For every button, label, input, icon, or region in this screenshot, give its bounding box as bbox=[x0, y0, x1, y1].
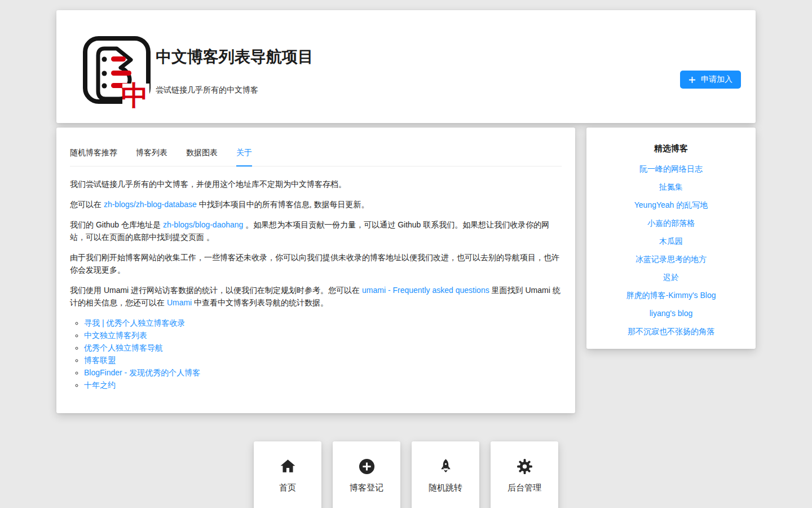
nav-card-admin[interactable]: 后台管理 bbox=[491, 441, 558, 508]
tab-about[interactable]: 关于 bbox=[236, 147, 252, 167]
link-zh-blog-database[interactable]: zh-blogs/zh-blog-database bbox=[104, 200, 197, 209]
about-panel: 我们尝试链接几乎所有的中文博客，并使用这个地址库不定期为中文博客存档。 您可以在… bbox=[56, 167, 575, 391]
nav-card-home[interactable]: 首页 bbox=[254, 441, 321, 508]
site-logo-icon: 中 bbox=[82, 33, 155, 116]
main-content-card: 随机博客推荐 博客列表 数据图表 关于 我们尝试链接几乎所有的中文博客，并使用这… bbox=[56, 128, 575, 413]
about-paragraph-3: 我们的 Github 仓库地址是 zh-blogs/blog-daohang 。… bbox=[70, 218, 562, 243]
about-paragraph-4: 由于我们刚开始博客网站的收集工作，一些博客还未收录，你可以向我们提供未收录的博客… bbox=[70, 251, 562, 276]
logo-zhong-glyph: 中 bbox=[121, 81, 148, 111]
list-item: 优秀个人独立博客导航 bbox=[84, 341, 562, 354]
related-link-chinese-independent-blogs[interactable]: 中文独立博客列表 bbox=[84, 331, 147, 340]
tab-blog-list[interactable]: 博客列表 bbox=[136, 147, 167, 166]
list-item: 寻我 | 优秀个人独立博客收录 bbox=[84, 317, 562, 329]
plus-icon bbox=[689, 76, 696, 84]
text-run: 我们的 Github 仓库地址是 bbox=[70, 220, 163, 229]
apply-join-label: 申请加入 bbox=[701, 75, 732, 85]
list-item: 十年之约 bbox=[84, 379, 562, 391]
featured-blogs-title: 精选博客 bbox=[586, 143, 756, 154]
tab-bar: 随机博客推荐 博客列表 数据图表 关于 bbox=[70, 128, 562, 167]
page-subtitle: 尝试链接几乎所有的中文博客 bbox=[156, 85, 258, 95]
home-icon bbox=[279, 458, 297, 475]
link-umami-stats[interactable]: Umami bbox=[167, 298, 192, 307]
featured-blog-link[interactable]: 那不沉寂也不张扬的角落 bbox=[586, 326, 756, 337]
bottom-nav: 首页 博客登记 随机跳转 bbox=[254, 441, 558, 508]
text-run: 中找到本项目中的所有博客信息, 数据每日更新。 bbox=[197, 200, 369, 209]
related-projects-list: 寻我 | 优秀个人独立博客收录 中文独立博客列表 优秀个人独立博客导航 博客联盟… bbox=[70, 317, 562, 391]
related-link-xunwo[interactable]: 寻我 | 优秀个人独立博客收录 bbox=[84, 318, 185, 327]
gear-icon bbox=[516, 458, 533, 475]
apply-join-button[interactable]: 申请加入 bbox=[680, 71, 741, 89]
featured-blog-link[interactable]: 胖虎的博客-Kimmy's Blog bbox=[586, 290, 756, 301]
link-blog-daohang-repo[interactable]: zh-blogs/blog-daohang bbox=[163, 220, 243, 229]
list-item: 中文独立博客列表 bbox=[84, 329, 562, 341]
about-paragraph-2: 您可以在 zh-blogs/zh-blog-database 中找到本项目中的所… bbox=[70, 198, 562, 211]
nav-label-random-jump: 随机跳转 bbox=[429, 483, 462, 493]
related-link-ten-year-pact[interactable]: 十年之约 bbox=[84, 380, 116, 389]
page-title: 中文博客列表导航项目 bbox=[156, 47, 314, 67]
list-item: 博客联盟 bbox=[84, 354, 562, 366]
about-paragraph-5: 我们使用 Umami 进行网站访客数据的统计，以便我们在制定规划时参考。您可以在… bbox=[70, 284, 562, 309]
nav-label-admin: 后台管理 bbox=[508, 483, 541, 493]
featured-blog-link[interactable]: 扯氮集 bbox=[586, 181, 756, 192]
text-run: 我们使用 Umami 进行网站访客数据的统计，以便我们在制定规划时参考。您可以在 bbox=[70, 286, 362, 295]
nav-card-random-jump[interactable]: 随机跳转 bbox=[412, 441, 479, 508]
text-run: 中查看中文博客列表导航的统计数据。 bbox=[192, 298, 328, 307]
related-link-blog-union[interactable]: 博客联盟 bbox=[84, 356, 116, 365]
about-paragraph-1: 我们尝试链接几乎所有的中文博客，并使用这个地址库不定期为中文博客存档。 bbox=[70, 178, 562, 190]
featured-blog-link[interactable]: 冰蓝记录思考的地方 bbox=[586, 253, 756, 265]
header: 中 中文博客列表导航项目 尝试链接几乎所有的中文博客 申请加入 bbox=[56, 10, 756, 123]
rocket-icon bbox=[437, 458, 454, 475]
tab-data-charts[interactable]: 数据图表 bbox=[186, 147, 218, 166]
featured-blog-link[interactable]: 木瓜园 bbox=[586, 235, 756, 247]
nav-card-blog-register[interactable]: 博客登记 bbox=[333, 441, 400, 508]
related-link-personal-blog-nav[interactable]: 优秀个人独立博客导航 bbox=[84, 343, 163, 352]
related-link-blogfinder[interactable]: BlogFinder - 发现优秀的个人博客 bbox=[84, 368, 200, 377]
link-umami-faq[interactable]: umami - Frequently asked questions bbox=[362, 286, 489, 295]
nav-label-home: 首页 bbox=[279, 483, 296, 493]
plus-circle-icon bbox=[358, 458, 376, 475]
featured-blogs-panel: 精选博客 阮一峰的网络日志 扯氮集 YeungYeah 的乱写地 小嘉的部落格 … bbox=[586, 128, 756, 349]
featured-blog-link[interactable]: liyang's blog bbox=[586, 308, 756, 319]
featured-blog-link[interactable]: 迟於 bbox=[586, 271, 756, 283]
text-run: 您可以在 bbox=[70, 200, 104, 209]
featured-blog-link[interactable]: 小嘉的部落格 bbox=[586, 217, 756, 229]
list-item: BlogFinder - 发现优秀的个人博客 bbox=[84, 366, 562, 379]
tab-random-blogs[interactable]: 随机博客推荐 bbox=[70, 147, 117, 166]
featured-blog-link[interactable]: 阮一峰的网络日志 bbox=[586, 163, 756, 174]
featured-blog-link[interactable]: YeungYeah 的乱写地 bbox=[586, 199, 756, 211]
nav-label-blog-register: 博客登记 bbox=[350, 483, 383, 493]
